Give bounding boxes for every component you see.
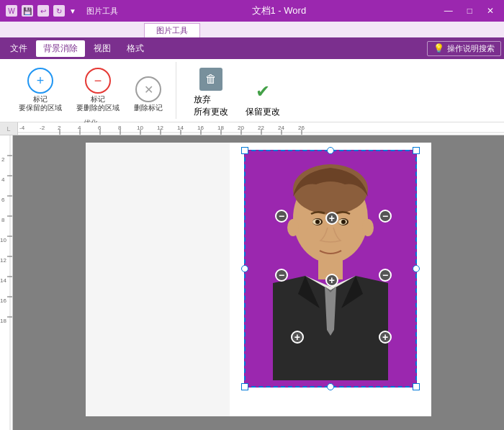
svg-text:18: 18	[0, 318, 6, 324]
svg-point-55	[315, 220, 320, 224]
svg-point-57	[287, 219, 299, 236]
mark-keep-label: 标记要保留的区域	[19, 95, 62, 112]
marker-plus-1[interactable]: +	[325, 212, 338, 225]
handle-bl[interactable]	[241, 383, 248, 390]
marker-minus-2[interactable]: −	[379, 210, 392, 223]
close-buttons: 🗑 放弃所有更改 ✔ 保留更改	[188, 65, 286, 121]
svg-text:10: 10	[137, 125, 143, 131]
ruler-vertical: 2 4 6 8 10 12 14 16 18	[0, 135, 13, 430]
ruler-area: L -4 -2 2 4 6 8 10 12 14 16 18	[0, 122, 504, 135]
discard-button[interactable]: 🗑 放弃所有更改	[188, 65, 234, 121]
svg-text:6: 6	[98, 125, 102, 131]
handle-tr[interactable]	[413, 147, 420, 154]
svg-text:2: 2	[58, 125, 61, 131]
svg-text:16: 16	[197, 125, 204, 131]
add-circle-icon: +	[27, 68, 53, 94]
svg-text:24: 24	[278, 125, 284, 131]
tools-label: 图片工具	[86, 6, 118, 17]
svg-text:4: 4	[1, 176, 5, 183]
ribbon: + 标记要保留的区域 − 标记要删除的区域 ✕ 删除标记 优化 🗑 放弃所有更改	[0, 59, 504, 122]
optimize-buttons: + 标记要保留的区域 − 标记要删除的区域 ✕ 删除标记	[14, 65, 167, 115]
document-page: − + − − + − + +	[230, 143, 431, 416]
minus-circle-icon: −	[85, 68, 111, 94]
undo-icon[interactable]: ↩	[37, 5, 49, 17]
marker-plus-4[interactable]: +	[379, 331, 392, 344]
marker-plus-2[interactable]: +	[325, 274, 338, 287]
vruler-svg: 2 4 6 8 10 12 14 16 18	[0, 135, 13, 430]
handle-top[interactable]	[327, 147, 334, 154]
keep-changes-label: 保留更改	[246, 106, 280, 118]
delete-marks-button[interactable]: ✕ 删除标记	[130, 73, 167, 115]
svg-text:8: 8	[1, 217, 5, 223]
menu-background-remove[interactable]: 背景消除	[36, 40, 85, 57]
search-bar[interactable]: 💡 操作说明搜索	[427, 41, 501, 56]
word-icon: W	[6, 5, 17, 17]
svg-text:4: 4	[78, 125, 81, 131]
discard-label: 放弃所有更改	[194, 94, 228, 118]
svg-text:20: 20	[238, 125, 244, 131]
mark-keep-button[interactable]: + 标记要保留的区域	[14, 65, 66, 115]
svg-text:14: 14	[0, 277, 6, 284]
ribbon-group-optimize: + 标记要保留的区域 − 标记要删除的区域 ✕ 删除标记 优化	[6, 62, 176, 119]
svg-text:6: 6	[1, 197, 5, 203]
document-area: − + − − + − + +	[13, 135, 504, 430]
mark-remove-label: 标记要删除的区域	[76, 95, 120, 112]
svg-text:12: 12	[157, 125, 163, 131]
ruler-horizontal: -4 -2 2 4 6 8 10 12 14 16 18 20 22	[18, 122, 504, 135]
keep-icon: ✔	[251, 80, 274, 103]
svg-text:-2: -2	[40, 125, 45, 131]
window-controls: — □ ✕	[440, 6, 498, 16]
tab-image-tools[interactable]: 图片工具	[144, 23, 200, 37]
handle-br[interactable]	[413, 383, 420, 390]
svg-point-58	[362, 219, 374, 236]
document-title: 文档1 - Word	[252, 4, 307, 17]
menu-bar: 文件 背景消除 视图 格式 💡 操作说明搜索	[0, 37, 504, 59]
delete-marks-label: 删除标记	[134, 104, 163, 112]
keep-changes-button[interactable]: ✔ 保留更改	[240, 77, 286, 121]
svg-text:12: 12	[0, 257, 6, 264]
marker-minus-1[interactable]: −	[275, 210, 288, 223]
discard-icon: 🗑	[199, 68, 222, 91]
ruler-corner: L	[0, 122, 18, 135]
more-icon[interactable]: ▼	[69, 7, 76, 15]
menu-format[interactable]: 格式	[120, 40, 151, 57]
maximize-button[interactable]: □	[463, 6, 477, 16]
person-svg	[244, 150, 417, 388]
menu-view[interactable]: 视图	[86, 40, 118, 57]
handle-right[interactable]	[413, 265, 420, 272]
left-margin	[86, 143, 230, 416]
title-bar-left: W 💾 ↩ ↻ ▼ 图片工具	[6, 5, 118, 17]
minimize-button[interactable]: —	[440, 6, 457, 16]
title-bar: W 💾 ↩ ↻ ▼ 图片工具 文档1 - Word — □ ✕	[0, 0, 504, 22]
svg-text:10: 10	[0, 237, 6, 243]
ruler-svg: -4 -2 2 4 6 8 10 12 14 16 18 20 22	[18, 122, 504, 135]
svg-text:26: 26	[298, 125, 305, 131]
redo-icon[interactable]: ↻	[53, 5, 65, 17]
marker-plus-3[interactable]: +	[291, 331, 304, 344]
handle-left[interactable]	[241, 265, 248, 272]
image-container[interactable]: − + − − + − + +	[244, 150, 417, 388]
ribbon-group-close: 🗑 放弃所有更改 ✔ 保留更改 关闭	[179, 62, 294, 119]
svg-point-56	[341, 220, 346, 224]
svg-text:18: 18	[217, 125, 224, 131]
handle-bottom[interactable]	[327, 383, 334, 390]
svg-text:2: 2	[1, 156, 5, 163]
menu-file[interactable]: 文件	[3, 40, 35, 57]
svg-text:8: 8	[118, 125, 122, 131]
svg-text:-4: -4	[19, 125, 25, 131]
main-area: 2 4 6 8 10 12 14 16 18	[0, 135, 504, 430]
delete-marks-icon: ✕	[135, 76, 161, 102]
handle-tl[interactable]	[241, 147, 248, 154]
close-button[interactable]: ✕	[482, 6, 498, 16]
svg-text:22: 22	[258, 125, 264, 131]
tab-bar-top: 图片工具	[0, 22, 504, 37]
svg-text:16: 16	[0, 297, 6, 304]
lightbulb-icon: 💡	[433, 43, 444, 53]
svg-text:14: 14	[177, 125, 184, 131]
save-icon[interactable]: 💾	[22, 5, 33, 17]
mark-remove-button[interactable]: − 标记要删除的区域	[72, 65, 124, 115]
search-label[interactable]: 操作说明搜索	[447, 43, 495, 54]
